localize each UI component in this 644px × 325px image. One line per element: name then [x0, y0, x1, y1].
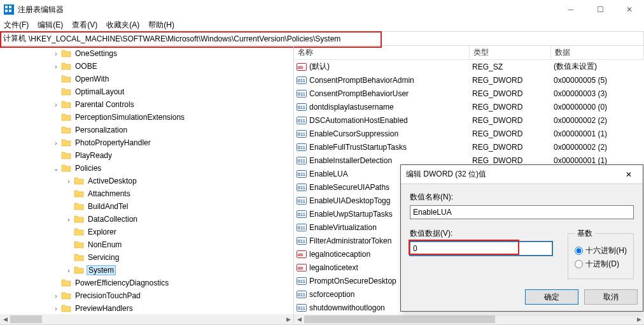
tree-item[interactable]: ›PreviewHandlers [0, 302, 293, 315]
svg-text:011: 011 [298, 199, 305, 203]
value-row[interactable]: 011EnableFullTrustStartupTasksREG_DWORD0… [294, 140, 644, 154]
expand-icon[interactable]: › [51, 50, 61, 57]
tree-hscrollbar[interactable]: ◀ ▶ [0, 314, 293, 324]
reg-value-icon: 011 [297, 142, 307, 152]
expand-icon[interactable]: › [64, 267, 74, 274]
value-name-field[interactable] [410, 205, 634, 219]
dialog-close-button[interactable]: ✕ [615, 165, 643, 184]
tree-item[interactable]: ›PhotoPropertyHandler [0, 136, 293, 149]
column-headers[interactable]: 名称 类型 数据 [294, 46, 644, 60]
folder-icon [61, 278, 71, 288]
value-type-cell: REG_DWORD [470, 143, 551, 152]
tree-item[interactable]: PlayReady [0, 149, 293, 162]
tree-item[interactable]: ›DataCollection [0, 213, 293, 226]
expand-icon[interactable]: › [51, 63, 61, 70]
value-data-cell: 0x00000005 (5) [551, 76, 644, 85]
svg-text:011: 011 [298, 105, 305, 110]
minimize-button[interactable]: ─ [556, 0, 585, 19]
value-row[interactable]: 011ConsentPromptBehaviorAdminREG_DWORD0x… [294, 73, 644, 87]
value-row[interactable]: 011DSCAutomationHostEnabledREG_DWORD0x00… [294, 113, 644, 127]
expand-icon[interactable]: › [51, 292, 61, 300]
radix-hex-radio[interactable] [575, 247, 583, 255]
scroll-thumb[interactable] [10, 315, 42, 323]
svg-text:011: 011 [298, 78, 305, 83]
address-label: 计算机 [3, 33, 26, 44]
menu-view[interactable]: 查看(V) [72, 20, 97, 31]
expand-icon[interactable]: › [64, 178, 74, 185]
scroll-right-button[interactable]: ▶ [283, 314, 293, 324]
tree-item[interactable]: Attachments [0, 187, 293, 200]
tree-item[interactable]: Personalization [0, 124, 293, 136]
folder-icon [61, 112, 71, 122]
radix-dec-radio[interactable] [575, 260, 583, 268]
svg-text:011: 011 [298, 279, 305, 284]
col-data-header[interactable]: 数据 [551, 46, 644, 59]
svg-text:011: 011 [298, 172, 305, 177]
tree-item[interactable]: ›System [0, 264, 293, 277]
scroll-left-button[interactable]: ◀ [0, 314, 10, 324]
value-type-cell: REG_DWORD [470, 89, 551, 98]
svg-text:011: 011 [298, 145, 305, 150]
value-data-cell: 0x00000002 (2) [551, 116, 644, 125]
menu-favorites[interactable]: 收藏夹(A) [106, 20, 139, 31]
tree-item[interactable]: NonEnum [0, 238, 293, 251]
scroll-thumb[interactable] [304, 315, 495, 323]
menu-help[interactable]: 帮助(H) [148, 20, 174, 31]
expand-icon[interactable]: › [51, 305, 61, 312]
svg-text:011: 011 [298, 159, 305, 163]
tree-item-label: PreviewHandlers [74, 304, 134, 313]
value-row[interactable]: 011dontdisplaylastusernameREG_DWORD0x000… [294, 100, 644, 113]
tree-item[interactable]: PerceptionSimulationExtensions [0, 111, 293, 124]
value-type-cell: REG_SZ [470, 62, 551, 71]
tree-item[interactable]: ›Parental Controls [0, 98, 293, 111]
value-row[interactable]: 011EnableCursorSuppressionREG_DWORD0x000… [294, 127, 644, 140]
tree-item[interactable]: Servicing [0, 251, 293, 264]
ok-button[interactable]: 确定 [525, 289, 578, 305]
tree-item[interactable]: OptimalLayout [0, 85, 293, 98]
cancel-button[interactable]: 取消 [584, 289, 638, 305]
value-name-cell: 011EnableFullTrustStartupTasks [294, 142, 470, 152]
tree-item[interactable]: ›OOBE [0, 60, 293, 73]
tree-item[interactable]: PowerEfficiencyDiagnostics [0, 277, 293, 289]
address-bar[interactable]: 计算机 \HKEY_LOCAL_MACHINE\SOFTWARE\Microso… [0, 32, 644, 46]
tree-pane[interactable]: ›OneSettings›OOBEOpenWithOptimalLayout›P… [0, 46, 294, 324]
value-name-cell: 011ConsentPromptBehaviorAdmin [294, 75, 470, 85]
expand-icon[interactable]: ⌄ [51, 165, 61, 172]
tree-item[interactable]: OpenWith [0, 73, 293, 85]
radix-legend: 基数 [575, 228, 595, 239]
folder-icon [61, 99, 71, 110]
close-button[interactable]: ✕ [615, 0, 644, 19]
col-name-header[interactable]: 名称 [294, 46, 470, 59]
svg-text:ab: ab [298, 266, 303, 270]
radix-dec-option[interactable]: 十进制(D) [575, 259, 627, 270]
tree-item[interactable]: ⌄Policies [0, 162, 293, 175]
maximize-button[interactable]: ☐ [585, 0, 615, 19]
folder-icon [74, 265, 84, 275]
radix-hex-option[interactable]: 十六进制(H) [575, 245, 627, 256]
menubar: 文件(F) 编辑(E) 查看(V) 收藏夹(A) 帮助(H) [0, 19, 644, 32]
tree-item[interactable]: ›ActiveDesktop [0, 175, 293, 187]
tree-item-label: DataCollection [87, 215, 139, 224]
value-row[interactable]: 011ConsentPromptBehaviorUserREG_DWORD0x0… [294, 87, 644, 100]
col-type-header[interactable]: 类型 [470, 46, 551, 59]
tree-item[interactable]: BuildAndTel [0, 200, 293, 213]
address-path[interactable]: \HKEY_LOCAL_MACHINE\SOFTWARE\Microsoft\W… [29, 34, 641, 43]
value-type-cell: REG_DWORD [470, 103, 551, 112]
expand-icon[interactable]: › [64, 216, 74, 223]
expand-icon[interactable]: › [51, 140, 61, 147]
tree-item[interactable]: Explorer [0, 226, 293, 238]
menu-file[interactable]: 文件(F) [4, 20, 29, 31]
reg-value-icon: ab [297, 263, 307, 273]
value-data-field[interactable] [410, 242, 552, 256]
value-type-cell: REG_DWORD [470, 116, 551, 125]
scroll-right-button[interactable]: ▶ [634, 314, 644, 324]
expand-icon[interactable]: › [51, 101, 61, 108]
values-hscrollbar[interactable]: ◀ ▶ [294, 314, 644, 324]
window-title: 注册表编辑器 [18, 4, 556, 15]
dialog-titlebar[interactable]: 编辑 DWORD (32 位)值 ✕ [401, 165, 643, 184]
tree-item[interactable]: ›PrecisionTouchPad [0, 289, 293, 302]
scroll-left-button[interactable]: ◀ [294, 314, 304, 324]
tree-item[interactable]: ›OneSettings [0, 47, 293, 60]
menu-edit[interactable]: 编辑(E) [38, 20, 63, 31]
value-row[interactable]: ab(默认)REG_SZ(数值未设置) [294, 60, 644, 73]
